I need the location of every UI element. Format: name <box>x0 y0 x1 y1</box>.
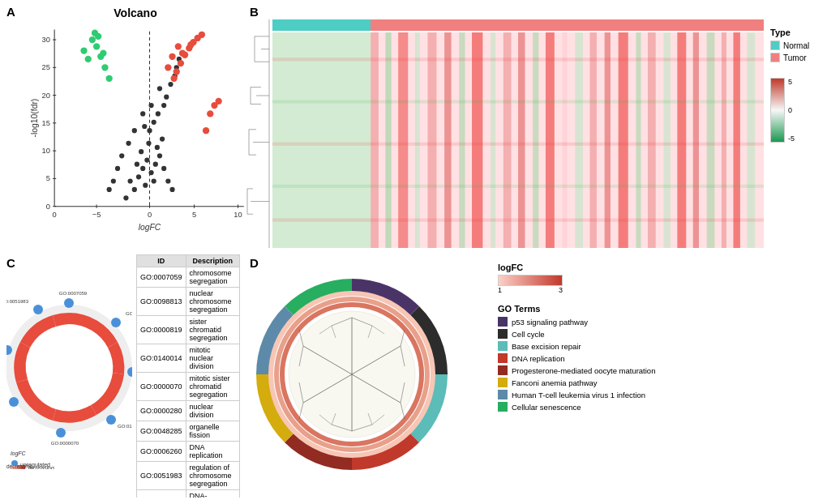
go-term-label: Base excision repair <box>512 342 581 351</box>
svg-rect-131 <box>648 32 656 248</box>
svg-text:GO:0000070: GO:0000070 <box>51 441 79 446</box>
heatmap-legend-type-title: Type <box>770 28 791 37</box>
svg-rect-113 <box>385 32 391 248</box>
svg-point-58 <box>148 103 153 108</box>
go-term-color-box <box>498 317 508 327</box>
svg-text:0: 0 <box>53 211 57 219</box>
volcano-svg: 0 5 10 15 20 25 30 0 −5 0 5 <box>29 21 248 232</box>
table-cell-id: GO:0000070 <box>137 373 186 401</box>
table-row: GO:0051983regulation of chromosome segre… <box>137 462 240 490</box>
svg-text:−5: −5 <box>92 211 101 219</box>
table-cell-description: DNA-dependent DNA replication <box>186 490 239 498</box>
svg-rect-127 <box>589 32 596 248</box>
svg-point-49 <box>142 124 147 129</box>
type-normal-bar <box>272 19 371 31</box>
table-cell-description: sister chromatid segregation <box>186 316 239 344</box>
table-cell-id: GO:0048285 <box>137 421 186 442</box>
svg-rect-139 <box>272 58 764 61</box>
svg-point-59 <box>140 111 145 116</box>
svg-text:25: 25 <box>42 63 50 71</box>
table-row: GO:0007059chromosome segregation <box>137 267 240 288</box>
svg-point-145 <box>27 326 111 410</box>
radial-chart <box>246 254 490 489</box>
logfc-scale: 1 3 <box>498 286 563 294</box>
go-term-item: Fanconi anemia pathway <box>498 378 655 387</box>
svg-point-36 <box>157 153 162 158</box>
svg-rect-124 <box>546 32 555 248</box>
svg-point-61 <box>126 141 131 146</box>
svg-rect-116 <box>427 32 436 248</box>
svg-rect-138 <box>747 32 755 248</box>
svg-rect-120 <box>491 32 495 248</box>
svg-rect-136 <box>722 32 726 248</box>
go-term-color-box <box>498 378 508 387</box>
svg-point-90 <box>92 30 98 36</box>
svg-point-65 <box>107 187 112 192</box>
tumor-color-box <box>770 53 780 62</box>
logfc-legend-title: logFC <box>498 263 655 272</box>
svg-point-46 <box>135 162 139 167</box>
svg-point-66 <box>178 60 184 66</box>
svg-rect-118 <box>459 32 465 248</box>
svg-rect-133 <box>677 32 686 248</box>
go-term-label: p53 signaling pathway <box>512 318 588 327</box>
svg-point-50 <box>156 111 161 116</box>
svg-point-87 <box>106 75 113 82</box>
table-cell-id: GO:0051983 <box>137 462 186 490</box>
svg-point-44 <box>155 145 160 150</box>
svg-point-92 <box>80 47 87 53</box>
svg-rect-137 <box>733 32 739 248</box>
go-term-color-box <box>498 353 508 363</box>
svg-rect-125 <box>563 32 568 248</box>
svg-point-51 <box>161 103 166 108</box>
go-term-label: Progesterone-mediated oocyte maturation <box>512 366 655 375</box>
heatmap-canvas <box>272 32 764 248</box>
svg-rect-140 <box>272 100 764 103</box>
svg-point-39 <box>123 195 128 200</box>
volcano-title: Volcano <box>31 6 240 19</box>
svg-text:logFC: logFC <box>139 223 161 232</box>
table-cell-description: DNA replication <box>186 442 239 462</box>
svg-point-47 <box>147 128 152 133</box>
svg-point-37 <box>161 166 166 171</box>
go-term-item: Base excision repair <box>498 341 655 351</box>
go-term-item: p53 signaling pathway <box>498 317 655 327</box>
table-row: GO:0098813nuclear chromosome segregation <box>137 288 240 316</box>
svg-rect-110 <box>272 32 371 248</box>
svg-point-54 <box>168 82 173 87</box>
svg-rect-115 <box>415 32 420 248</box>
svg-point-72 <box>174 68 180 75</box>
heatmap-body <box>272 19 764 248</box>
go-term-item: Human T-cell leukemia virus 1 infection <box>498 390 655 399</box>
svg-point-28 <box>136 174 141 179</box>
table-row: GO:0000280nuclear division <box>137 401 240 421</box>
svg-text:-log10(fdr): -log10(fdr) <box>30 99 39 138</box>
table-cell-id: GO:0006260 <box>137 442 186 462</box>
table-row: GO:0006260DNA replication <box>137 442 240 462</box>
svg-point-82 <box>216 98 222 105</box>
logfc-gradient-bar <box>498 275 563 286</box>
type-tumor-bar <box>371 19 764 31</box>
panel-a: A Volcano 0 5 10 15 20 25 30 <box>0 0 243 251</box>
go-term-label: Fanconi anemia pathway <box>512 378 598 387</box>
svg-rect-143 <box>272 218 764 221</box>
table-cell-id: GO:0140014 <box>137 344 186 373</box>
svg-point-63 <box>115 166 120 171</box>
go-term-item: Cellular senescence <box>498 402 655 412</box>
svg-text:logFC: logFC <box>11 451 27 457</box>
svg-point-86 <box>89 36 96 43</box>
svg-text:20: 20 <box>42 92 50 100</box>
volcano-plot: 0 5 10 15 20 25 30 0 −5 0 5 <box>29 21 248 232</box>
go-term-label: Cell cycle <box>512 330 545 339</box>
svg-rect-122 <box>518 32 525 248</box>
svg-rect-123 <box>533 32 538 248</box>
table-header-id: ID <box>137 255 186 267</box>
svg-point-77 <box>169 53 175 60</box>
table-row: GO:0140014mitotic nuclear division <box>137 344 240 373</box>
heatmap-legend-tumor: Tumor <box>770 53 807 62</box>
svg-point-43 <box>146 141 151 146</box>
svg-point-75 <box>170 75 177 82</box>
main-grid: A Volcano 0 5 10 15 20 25 30 <box>0 0 827 504</box>
go-term-color-box <box>498 329 508 339</box>
svg-point-153 <box>33 305 43 314</box>
